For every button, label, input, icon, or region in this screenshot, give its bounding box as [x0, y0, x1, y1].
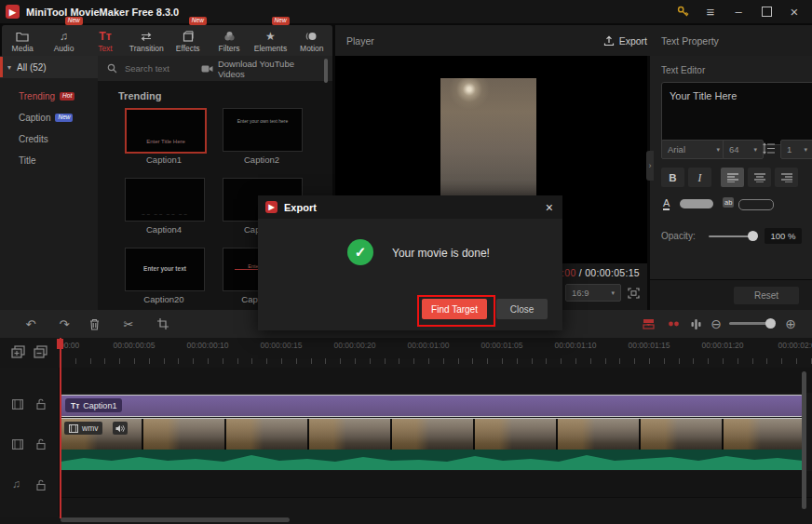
- audio-track-icon: ♫: [12, 477, 20, 490]
- tab-motion[interactable]: Motion: [291, 22, 332, 56]
- ruler-label: 00:00:00:05: [114, 341, 156, 350]
- text-track-lock-icon[interactable]: [36, 398, 46, 410]
- category-trending[interactable]: Trending Hot: [0, 86, 98, 107]
- aspect-ratio-select[interactable]: 16:9 ▾: [565, 284, 621, 302]
- video-clip[interactable]: wmv: [61, 418, 803, 450]
- tab-label: Text: [98, 44, 113, 53]
- minimize-button[interactable]: –: [726, 3, 751, 21]
- audio-waveform[interactable]: [61, 450, 803, 470]
- template-label: Caption4: [125, 224, 203, 235]
- align-left-button[interactable]: [721, 168, 744, 187]
- redo-button[interactable]: ↷: [56, 316, 73, 332]
- close-dialog-button[interactable]: Close: [496, 299, 548, 319]
- font-size-select[interactable]: 64 ▾: [723, 140, 764, 159]
- tab-text[interactable]: Tᴛ Text: [85, 22, 126, 56]
- timeline-panel: ↶ ↷ ✂ ⊖ ⊕ 00:00 00:00:00:05 00:00:00:10 …: [0, 310, 812, 524]
- clip-audio-toggle[interactable]: [113, 422, 128, 435]
- category-all-label: All (52): [17, 62, 47, 73]
- template-caption4[interactable]: ＿＿ ＿＿ ＿＿ ＿＿: [125, 178, 205, 222]
- export-dialog: ▶ Export × ✓ Your movie is done! Find Ta…: [258, 195, 562, 330]
- split-button[interactable]: ✂: [120, 316, 137, 332]
- timeline-zoom-thumb[interactable]: [765, 318, 776, 329]
- font-color-button[interactable]: A: [663, 197, 670, 210]
- bold-button[interactable]: B: [661, 168, 684, 187]
- category-label: Caption: [19, 113, 50, 123]
- maximize-button[interactable]: [754, 3, 778, 21]
- download-youtube-button[interactable]: Download YouTube Videos: [201, 59, 332, 79]
- panel-collapse-handle[interactable]: ›: [646, 151, 654, 181]
- title-bar: ▶ MiniTool MovieMaker Free 8.3.0 ≡ – ×: [0, 0, 812, 23]
- new-badge: New: [55, 114, 73, 122]
- tab-elements[interactable]: New ★ Elements: [250, 22, 291, 56]
- align-center-button[interactable]: [748, 168, 771, 187]
- italic-button[interactable]: I: [688, 168, 711, 187]
- caption-clip[interactable]: Tᴛ Caption1: [61, 395, 803, 417]
- opacity-slider-thumb[interactable]: [748, 231, 758, 241]
- font-color-swatch[interactable]: [680, 199, 713, 208]
- text-property-panel: Text Editor Your Title Here Arial ▾ 64 ▾…: [650, 56, 812, 310]
- playhead-line[interactable]: [60, 338, 61, 518]
- crop-button[interactable]: [155, 316, 171, 332]
- category-all[interactable]: ▾ All (52): [0, 56, 98, 78]
- tab-filters[interactable]: Filters: [209, 22, 250, 56]
- ruler-label: 00:00:01:05: [481, 341, 523, 350]
- ruler-label: 00:00:00:20: [334, 341, 376, 350]
- category-label: Credits: [19, 134, 48, 144]
- tab-media[interactable]: Media: [2, 22, 43, 56]
- caption-clip-label: Caption1: [83, 401, 116, 410]
- line-spacing-select[interactable]: 1 ▾: [780, 140, 812, 159]
- font-family-select[interactable]: Arial ▾: [661, 140, 726, 159]
- template-caption20[interactable]: Enter your text: [125, 248, 205, 291]
- timeline-view-mode-icon[interactable]: [640, 316, 656, 332]
- align-right-button[interactable]: [775, 168, 798, 187]
- text-clip-icon: Tᴛ: [71, 401, 79, 410]
- volume-meter-icon[interactable]: [687, 316, 704, 332]
- audio-track-lock-icon[interactable]: [36, 479, 46, 490]
- video-camera-icon: [201, 64, 213, 74]
- menu-icon[interactable]: ≡: [698, 3, 723, 21]
- tab-transition[interactable]: Transition: [126, 22, 167, 56]
- category-caption[interactable]: Caption New: [0, 107, 98, 128]
- category-credits[interactable]: Credits: [0, 128, 98, 150]
- media-folder-icon: [16, 30, 29, 43]
- tab-label: Elements: [254, 44, 287, 53]
- expand-tracks-icon[interactable]: [11, 345, 25, 358]
- opacity-value: 100 %: [765, 228, 802, 244]
- zoom-out-button[interactable]: ⊖: [708, 316, 724, 332]
- video-clip-badge: wmv: [64, 422, 102, 435]
- timeline-horizontal-scrollbar[interactable]: [61, 517, 290, 522]
- tab-audio[interactable]: New ♫ Audio: [43, 22, 84, 56]
- collapse-tracks-icon[interactable]: [34, 345, 47, 358]
- category-title[interactable]: Title: [0, 150, 98, 171]
- fullscreen-icon[interactable]: [628, 288, 640, 299]
- reset-button[interactable]: Reset: [734, 287, 799, 304]
- template-caption1[interactable]: Enter Title Here: [125, 108, 207, 154]
- zoom-in-button[interactable]: ⊕: [782, 316, 799, 332]
- text-editor-input[interactable]: Your Title Here: [661, 82, 812, 145]
- library-scrollbar[interactable]: [324, 59, 328, 83]
- empty-lane[interactable]: [0, 368, 812, 394]
- highlight-color-button[interactable]: ab: [723, 197, 734, 208]
- opacity-label: Opacity:: [661, 231, 696, 241]
- audio-track-lane[interactable]: [0, 471, 812, 498]
- tab-effects[interactable]: New Effects: [168, 22, 209, 56]
- template-label: Caption2: [223, 155, 301, 165]
- license-key-icon[interactable]: [670, 3, 695, 21]
- search-input[interactable]: [123, 62, 201, 74]
- chevron-down-icon: ▾: [753, 146, 757, 154]
- player-header-label: Player: [346, 35, 374, 47]
- delete-button[interactable]: [86, 316, 102, 332]
- close-button[interactable]: ×: [782, 3, 806, 21]
- template-label: Caption20: [125, 294, 203, 304]
- undo-button[interactable]: ↶: [22, 316, 39, 332]
- export-button-label: Export: [619, 35, 647, 47]
- highlight-color-swatch[interactable]: [738, 199, 774, 210]
- chevron-down-icon: ▾: [611, 289, 615, 297]
- record-icon[interactable]: [665, 316, 682, 332]
- ruler-label: 00:00:00:15: [261, 341, 303, 350]
- timeline-ruler[interactable]: 00:00 00:00:00:05 00:00:00:10 00:00:00:1…: [0, 338, 812, 368]
- video-track-lock-icon[interactable]: [36, 438, 46, 450]
- timeline-vertical-scrollbar[interactable]: [802, 371, 806, 509]
- template-caption2[interactable]: Enter your own text here: [223, 108, 303, 152]
- dialog-close-icon[interactable]: ×: [546, 200, 562, 215]
